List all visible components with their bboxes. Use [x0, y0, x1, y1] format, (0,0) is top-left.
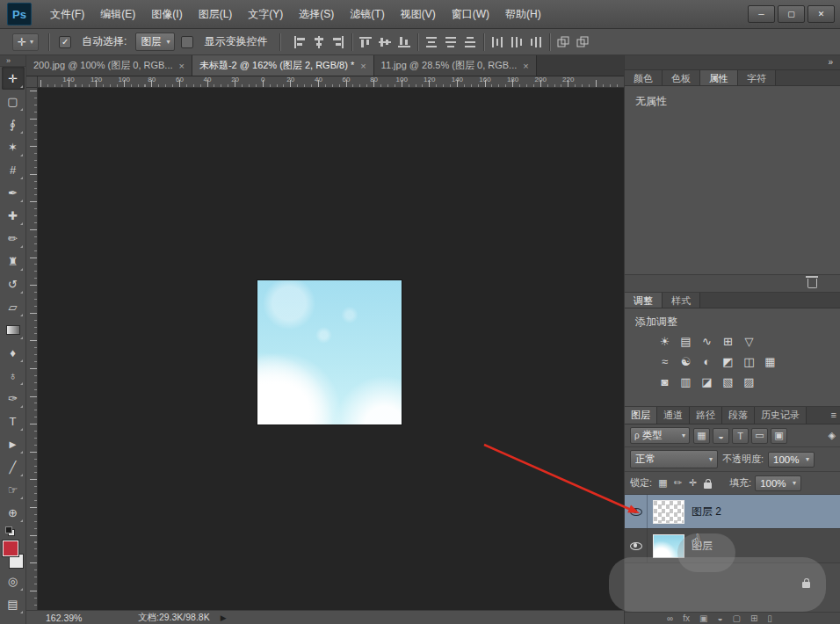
hand-tool[interactable]: ☞ [2, 478, 25, 501]
adjustment-icon-1-2[interactable]: ▤ [678, 334, 693, 349]
move-tool[interactable]: ✛ [2, 67, 25, 90]
properties-tab-1[interactable]: 颜色 [625, 70, 663, 85]
adjustment-icon-1-5[interactable]: ▽ [742, 334, 757, 349]
align-right-icon[interactable] [330, 34, 346, 50]
layer-filter-icon-2[interactable]: ◒ [713, 428, 729, 444]
tab-close-icon[interactable]: × [523, 61, 528, 71]
align-top-icon[interactable] [358, 34, 373, 50]
eraser-tool[interactable]: ▱ [2, 295, 25, 318]
auto-align-icon[interactable] [555, 34, 571, 50]
menu-item-10[interactable]: 帮助(H) [497, 4, 549, 25]
adjustment-icon-2-2[interactable]: ☯ [678, 354, 693, 369]
delete-layer-button[interactable]: ▯ [767, 614, 772, 623]
properties-tab-4[interactable]: 字符 [738, 70, 776, 85]
lock-all-button[interactable] [700, 476, 715, 490]
document-tab-2[interactable]: 未标题-2 @ 162% (图层 2, RGB/8) *× [192, 55, 374, 76]
document-tab-3[interactable]: 11.jpg @ 28.5% (图层 0, RGB...× [374, 55, 537, 76]
new-group-button[interactable]: ▢ [732, 614, 740, 623]
window-close-button[interactable]: ✕ [807, 5, 835, 23]
lock-transparency-button[interactable]: ▦ [655, 476, 670, 490]
brush-tool[interactable]: ✏ [2, 227, 25, 250]
align-bottom-icon[interactable] [396, 34, 412, 50]
dist-hcenter-icon[interactable] [509, 34, 525, 50]
dist-right-icon[interactable] [528, 34, 544, 50]
layer-filter-icon-3[interactable]: T [732, 428, 749, 444]
adjustment-icon-2-4[interactable]: ◩ [721, 354, 735, 369]
adjustment-icon-3-2[interactable]: ▥ [678, 374, 693, 389]
menu-item-6[interactable]: 选择(S) [291, 4, 342, 25]
dist-vcenter-icon[interactable] [443, 34, 459, 50]
visibility-toggle[interactable] [625, 495, 648, 528]
healing-brush-tool[interactable]: ✚ [2, 204, 25, 227]
auto-select-checkbox[interactable]: ✓ [59, 36, 71, 48]
quick-mask-tool[interactable]: ◎ [2, 570, 25, 592]
line-tool[interactable]: ╱ [2, 455, 25, 478]
menu-item-5[interactable]: 文字(Y) [240, 4, 291, 25]
adjustment-icon-3-1[interactable]: ◙ [657, 374, 672, 389]
adjustment-icon-2-5[interactable]: ◫ [742, 354, 757, 369]
history-brush-tool[interactable]: ↺ [2, 272, 25, 295]
menu-item-4[interactable]: 图层(L) [191, 4, 241, 25]
properties-tab-2[interactable]: 色板 [663, 70, 700, 85]
menu-item-3[interactable]: 图像(I) [143, 4, 190, 25]
canvas[interactable] [38, 88, 624, 610]
adjustments-tab-2[interactable]: 样式 [663, 293, 700, 308]
type-tool[interactable]: T [2, 410, 25, 432]
zoom-tool[interactable]: ⊕ [2, 501, 25, 524]
lock-pixels-button[interactable]: ✏ [670, 476, 685, 490]
toolbar-collapse-button[interactable]: » [0, 55, 25, 67]
layer-filter-dropdown[interactable]: ρ 类型 ▾ [630, 427, 690, 444]
status-flyout-arrow-icon[interactable]: ▶ [221, 613, 227, 622]
adjustments-tab-1[interactable]: 调整 [625, 293, 663, 308]
document-tab-1[interactable]: 200.jpg @ 100% (图层 0, RGB...× [26, 55, 192, 76]
panel-collapse-button[interactable]: » [828, 57, 833, 67]
adjustment-icon-2-1[interactable]: ≈ [657, 354, 672, 369]
layer-style-button[interactable]: fx [683, 614, 690, 623]
adjustment-icon-1-1[interactable]: ☀ [657, 334, 672, 349]
path-selection-tool[interactable]: ► [2, 432, 25, 455]
add-mask-button[interactable]: ▣ [699, 614, 707, 623]
adjustment-icon-2-6[interactable]: ▦ [763, 354, 778, 369]
align-hcenter-icon[interactable] [311, 34, 327, 50]
new-layer-button[interactable]: ⊞ [750, 614, 757, 623]
adjustment-icon-1-3[interactable]: ∿ [699, 334, 714, 349]
lock-position-button[interactable]: ✛ [685, 476, 700, 490]
dist-left-icon[interactable] [489, 34, 505, 50]
dist-top-icon[interactable] [424, 34, 439, 50]
adjustment-icon-1-4[interactable]: ⊞ [721, 334, 735, 349]
screen-mode-tool[interactable]: ▤ [2, 592, 25, 615]
align-left-icon[interactable] [292, 34, 308, 50]
layers-tab-2[interactable]: 通道 [657, 407, 690, 424]
dodge-tool[interactable]: ♁ [2, 364, 25, 387]
adjustment-icon-2-3[interactable]: ◐ [699, 354, 714, 369]
panel-menu-icon[interactable]: ≡ [831, 410, 836, 420]
layers-tab-1[interactable]: 图层 [625, 407, 657, 424]
new-adjustment-button[interactable]: ◒ [717, 614, 722, 623]
layer-filter-icon-4[interactable]: ▭ [751, 428, 768, 444]
menu-item-2[interactable]: 编辑(E) [92, 4, 143, 25]
link-layers-button[interactable]: ∞ [667, 614, 673, 623]
menu-item-7[interactable]: 滤镜(T) [342, 4, 392, 25]
gradient-tool[interactable] [2, 318, 25, 341]
zoom-level[interactable]: 162.39% [46, 613, 90, 623]
menu-item-8[interactable]: 视图(V) [393, 4, 444, 25]
show-transform-checkbox[interactable]: ✓ [181, 36, 193, 48]
align-vcenter-icon[interactable] [377, 34, 393, 50]
layers-tab-4[interactable]: 段落 [722, 407, 755, 424]
tab-close-icon[interactable]: × [179, 61, 185, 71]
foreground-color-swatch[interactable] [3, 541, 18, 556]
auto-blend-icon[interactable] [575, 34, 590, 50]
pen-tool[interactable]: ✑ [2, 387, 25, 410]
blur-tool[interactable]: ♦ [2, 341, 25, 364]
filter-toggle-icon[interactable]: ◈ [829, 430, 836, 441]
auto-select-target-dropdown[interactable]: 图层 ▾ [135, 33, 175, 51]
blend-mode-dropdown[interactable]: 正常 ▾ [630, 450, 718, 468]
eyedropper-tool[interactable]: ✒ [2, 181, 25, 204]
adjustment-icon-3-5[interactable]: ▨ [742, 374, 757, 389]
adjustment-icon-3-4[interactable]: ▧ [721, 374, 735, 389]
layers-tab-3[interactable]: 路径 [690, 407, 722, 424]
quick-selection-tool[interactable]: ✶ [2, 135, 25, 158]
window-minimize-button[interactable]: ─ [748, 5, 775, 23]
window-maximize-button[interactable]: ▢ [778, 5, 805, 23]
marquee-tool[interactable]: ▢ [2, 90, 25, 112]
